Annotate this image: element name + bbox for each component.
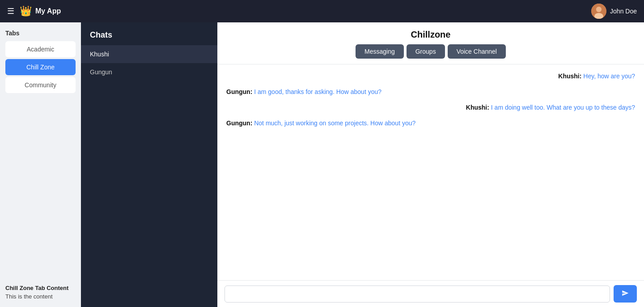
header-tab-messaging[interactable]: Messaging <box>356 44 404 59</box>
message-body: Not much, just working on some projects.… <box>254 119 415 127</box>
message-row-msg2: Gungun: I am good, thanks for asking. Ho… <box>226 87 635 97</box>
messages-area: Khushi: Hey, how are you?Gungun: I am go… <box>217 64 644 280</box>
message-row-msg1: Khushi: Hey, how are you? <box>226 72 635 81</box>
content-header: Chillzone MessagingGroupsVoice Channel <box>217 22 644 64</box>
app-logo-icon: 👑 <box>20 5 32 17</box>
user-profile[interactable]: John Doe <box>591 4 637 19</box>
header-tabs: MessagingGroupsVoice Channel <box>217 44 644 59</box>
message-text-msg1: Khushi: Hey, how are you? <box>558 72 635 81</box>
main-container: Tabs AcademicChill ZoneCommunity Chill Z… <box>0 22 644 307</box>
tab-list: AcademicChill ZoneCommunity <box>5 41 76 95</box>
sidebar-tab-community[interactable]: Community <box>5 77 76 93</box>
message-text-msg4: Gungun: Not much, just working on some p… <box>226 119 415 128</box>
message-body: I am doing well too. What are you up to … <box>491 104 635 111</box>
message-sender: Gungun: <box>226 119 254 127</box>
top-nav: ☰ 👑 My App John Doe <box>0 0 644 22</box>
app-title: My App <box>35 7 61 15</box>
sidebar-bottom: Chill Zone Tab Content This is the conte… <box>5 277 76 300</box>
sidebar-content-text: This is the content <box>5 293 76 300</box>
header-tab-voice-channel[interactable]: Voice Channel <box>448 44 506 59</box>
content-title: Chillzone <box>217 30 644 40</box>
svg-point-3 <box>596 7 602 12</box>
avatar <box>591 4 606 19</box>
tabs-label: Tabs <box>5 30 76 37</box>
chat-list: KhushiGungun <box>81 45 217 81</box>
input-area <box>217 280 644 307</box>
sidebar-section-title: Chill Zone Tab Content <box>5 285 76 291</box>
message-text-msg2: Gungun: I am good, thanks for asking. Ho… <box>226 87 381 97</box>
header-tab-groups[interactable]: Groups <box>407 44 445 59</box>
main-content: Chillzone MessagingGroupsVoice Channel K… <box>217 22 644 307</box>
message-body: Hey, how are you? <box>583 72 635 80</box>
send-button[interactable] <box>614 285 637 303</box>
chats-header: Chats <box>81 22 217 45</box>
user-name: John Doe <box>610 8 637 15</box>
chat-item-khushi[interactable]: Khushi <box>81 45 217 63</box>
hamburger-icon[interactable]: ☰ <box>7 6 14 16</box>
message-row-msg3: Khushi: I am doing well too. What are yo… <box>226 103 635 112</box>
message-sender: Khushi: <box>466 104 491 111</box>
sidebar-tab-academic[interactable]: Academic <box>5 41 76 57</box>
sidebar-tab-chill-zone[interactable]: Chill Zone <box>5 59 76 75</box>
message-body: I am good, thanks for asking. How about … <box>254 88 381 95</box>
message-sender: Gungun: <box>226 88 254 95</box>
message-row-msg4: Gungun: Not much, just working on some p… <box>226 119 635 128</box>
chat-sidebar: Chats KhushiGungun <box>81 22 217 307</box>
message-input[interactable] <box>225 286 610 303</box>
left-sidebar: Tabs AcademicChill ZoneCommunity Chill Z… <box>0 22 81 307</box>
message-text-msg3: Khushi: I am doing well too. What are yo… <box>466 103 635 112</box>
chat-item-gungun[interactable]: Gungun <box>81 63 217 81</box>
message-sender: Khushi: <box>558 72 583 80</box>
